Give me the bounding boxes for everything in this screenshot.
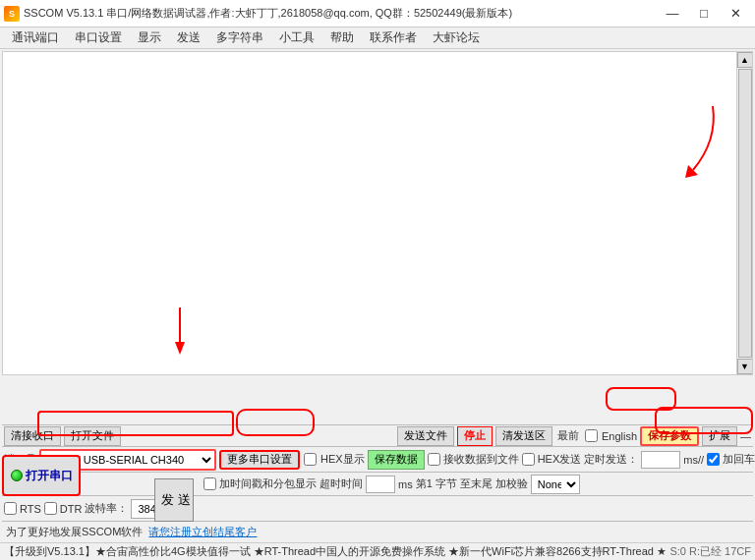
dash-label: —	[740, 430, 751, 442]
byte-label: 字节	[436, 476, 457, 491]
clear-rx-button[interactable]: 清接收口	[4, 426, 61, 446]
timer-value-input[interactable]: 1000	[641, 451, 680, 469]
menu-send[interactable]: 发送	[169, 28, 208, 48]
status-right: S:0 R:已经 17CF	[669, 544, 751, 559]
dtr-label: DTR	[60, 503, 83, 515]
baud-label: 波特率：	[85, 501, 128, 516]
hex-send-label: HEX发送	[538, 452, 582, 467]
scroll-thumb[interactable]	[738, 69, 752, 358]
svg-marker-1	[175, 342, 185, 355]
menu-multistring[interactable]: 多字符串	[208, 28, 271, 48]
scroll-up-button[interactable]: ▲	[737, 52, 753, 68]
more-settings-button[interactable]: 更多串口设置	[219, 450, 300, 470]
title-controls: — □ ✕	[657, 0, 751, 28]
hex-display-checkbox[interactable]	[304, 453, 317, 466]
maximize-button[interactable]: □	[688, 0, 720, 28]
status-bar: 【升级到V5.13.1】★合宙高性价比4G模块值得一试 ★RT-Thread中国…	[0, 542, 755, 560]
menu-bar: 通讯端口 串口设置 显示 发送 多字符串 小工具 帮助 联系作者 大虾论坛	[0, 28, 755, 49]
title-bar: S SSCOM V5.13.1 串口/网络数据调试器,作者:大虾丁丁,26180…	[0, 0, 755, 28]
latest-label: 最前	[557, 428, 579, 443]
recv-to-file-label: 接收数据到文件	[443, 452, 519, 467]
title-text: SSCOM V5.13.1 串口/网络数据调试器,作者:大虾丁丁,2618058…	[24, 6, 657, 21]
timeout-value-input[interactable]: 20	[366, 476, 395, 493]
clear-send-button[interactable]: 清发送区	[495, 426, 552, 446]
save-params-button[interactable]: 保存参数	[640, 426, 699, 446]
expand-button[interactable]: 扩展	[702, 426, 737, 446]
timeout-label: 超时时间	[319, 476, 363, 491]
add-timestamp-checkbox[interactable]	[203, 477, 216, 490]
hex-send-checkbox[interactable]	[522, 453, 535, 466]
menu-display[interactable]: 显示	[130, 28, 169, 48]
led-indicator	[11, 470, 23, 481]
recv-to-file-checkbox[interactable]	[428, 453, 440, 466]
send-file-button[interactable]: 发送文件	[397, 426, 454, 446]
send-button[interactable]: 发 送	[154, 478, 194, 522]
timer-unit-label: ms//	[683, 454, 704, 466]
port-row: 端口号 COM7 USB-SERIAL CH340 更多串口设置 HEX显示 保…	[2, 446, 753, 472]
menu-comport[interactable]: 通讯端口	[4, 28, 67, 48]
info-text2: 请您注册立创结尾客户	[148, 525, 257, 539]
menu-contact[interactable]: 联系作者	[362, 28, 425, 48]
send-row: 加时间戳和分包显示 超时时间 20 ms 第1 字节 至末尾 加校验 None	[2, 472, 753, 495]
open-file-button[interactable]: 打开文件	[64, 426, 121, 446]
rts-label: RTS	[20, 503, 41, 515]
annotation-arrow1	[165, 308, 195, 357]
hex-display-label: HEX显示	[320, 452, 365, 467]
rts-checkbox[interactable]	[4, 502, 17, 515]
timeout-unit-label: ms	[398, 478, 413, 490]
app-icon: S	[4, 6, 20, 22]
rts-row: RTS DTR 波特率： 38400 9600 115200 发 送 打开串口	[2, 495, 753, 521]
annotation-arrow3	[664, 101, 723, 180]
info-row: 为了更好地发展SSCOM软件 请您注册立创结尾客户	[2, 521, 753, 542]
close-button[interactable]: ✕	[720, 0, 751, 28]
menu-tools[interactable]: 小工具	[271, 28, 322, 48]
menu-forum[interactable]: 大虾论坛	[425, 28, 488, 48]
open-port-label: 打开串口	[26, 468, 73, 484]
annotation-circle-saveparams	[606, 387, 676, 411]
frame-label: 第1	[416, 476, 433, 491]
open-port-button[interactable]: 打开串口	[2, 455, 81, 496]
add-timestamp-label: 加时间戳和分包显示	[219, 476, 317, 491]
minimize-button[interactable]: —	[657, 0, 688, 28]
to-label: 至末尾	[460, 476, 493, 491]
toolbar-row1: 清接收口 打开文件 发送文件 停止 清发送区 最前 English 保存参数 扩…	[2, 424, 753, 446]
bottom-toolbar: 清接收口 打开文件 发送文件 停止 清发送区 最前 English 保存参数 扩…	[2, 424, 753, 542]
add-newline-label: 加回车换行	[723, 452, 755, 467]
status-text: 【升级到V5.13.1】★合宙高性价比4G模块值得一试 ★RT-Thread中国…	[4, 544, 666, 559]
check-label: 加校验	[495, 476, 528, 491]
save-data-button[interactable]: 保存数据	[368, 450, 425, 470]
vertical-scrollbar[interactable]: ▲ ▼	[736, 52, 752, 374]
stop-button[interactable]: 停止	[457, 426, 493, 446]
latest-checkbox[interactable]	[585, 429, 598, 442]
menu-port-settings[interactable]: 串口设置	[67, 28, 130, 48]
dtr-checkbox[interactable]	[44, 502, 57, 515]
scroll-down-button[interactable]: ▼	[737, 359, 753, 374]
english-label: English	[602, 430, 637, 442]
check-select[interactable]: None	[531, 475, 580, 494]
info-text1: 为了更好地发展SSCOM软件	[6, 525, 143, 539]
timed-send-label: 定时发送：	[584, 452, 638, 467]
menu-help[interactable]: 帮助	[322, 28, 362, 48]
add-newline-checkbox[interactable]	[707, 453, 720, 466]
main-display-area: ▲ ▼	[2, 51, 753, 375]
svg-marker-2	[685, 165, 698, 178]
